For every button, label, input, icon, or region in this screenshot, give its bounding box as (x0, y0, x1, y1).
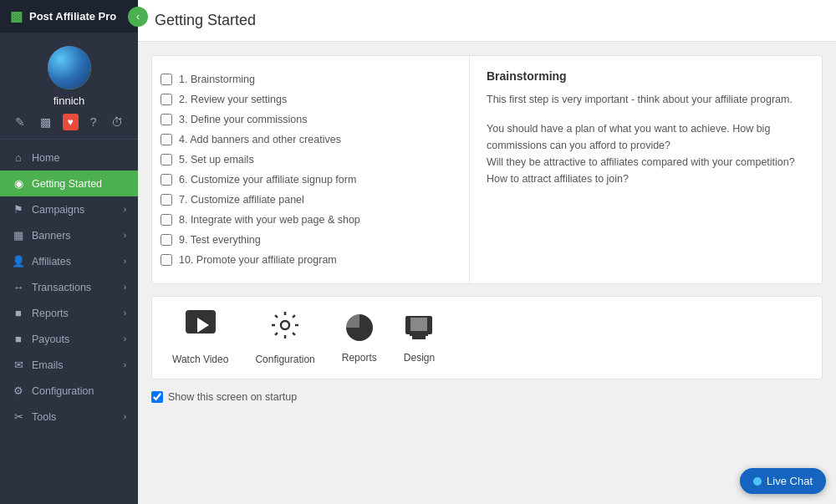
checklist-checkbox-10[interactable] (161, 254, 172, 266)
sidebar-collapse-button[interactable]: ‹ (128, 7, 148, 27)
checklist-left: 1. Brainstorming 2. Review your settings… (152, 56, 470, 283)
app-name: Post Affiliate Pro (29, 10, 116, 23)
sidebar-item-label: Configuration (32, 385, 94, 397)
sidebar-item-label: Emails (32, 359, 64, 371)
sidebar-item-campaigns[interactable]: ⚑ Campaigns › (0, 196, 138, 222)
sidebar-item-transactions[interactable]: ↔ Transactions › (0, 274, 138, 300)
checklist-checkbox-8[interactable] (161, 214, 172, 226)
checklist-checkbox-1[interactable] (161, 74, 172, 85)
checklist-item-1[interactable]: 1. Brainstorming (161, 69, 456, 89)
checklist-item-5[interactable]: 5. Set up emails (161, 150, 456, 170)
checklist-label-5: 5. Set up emails (179, 154, 254, 165)
checklist-checkbox-2[interactable] (161, 94, 172, 105)
checklist-item-6[interactable]: 6. Customize your affiliate signup form (161, 170, 456, 190)
sidebar-item-banners[interactable]: ▦ Banners › (0, 222, 138, 248)
checklist-label-6: 6. Customize your affiliate signup form (179, 174, 356, 186)
home-icon: ⌂ (12, 151, 25, 164)
payouts-icon: ■ (12, 333, 25, 345)
sidebar-item-affiliates[interactable]: 👤 Affiliates › (0, 248, 138, 274)
checklist-item-9[interactable]: 9. Test everything (161, 230, 456, 250)
page-content: 1. Brainstorming 2. Review your settings… (138, 42, 836, 504)
user-section: finnich ✎ ▩ ♥ ? ⏱ (0, 33, 138, 140)
getting-started-icon: ◉ (12, 177, 25, 190)
checklist-item-8[interactable]: 8. Integrate with your web page & shop (161, 210, 456, 230)
watch-video-icon (186, 310, 216, 347)
detail-text-3: Will they be attractive to affiliates co… (487, 154, 805, 187)
checklist-label-2: 2. Review your settings (179, 94, 287, 105)
sidebar-item-payouts[interactable]: ■ Payouts › (0, 326, 138, 352)
checklist-item-7[interactable]: 7. Customize affiliate panel (161, 190, 456, 210)
configuration-label: Configuration (255, 354, 314, 365)
sidebar-item-label: Reports (32, 308, 69, 319)
chevron-icon: › (124, 412, 126, 421)
sidebar-item-label: Campaigns (32, 204, 84, 216)
sidebar-item-home[interactable]: ⌂ Home (0, 145, 138, 171)
checklist-label-9: 9. Test everything (179, 234, 261, 246)
checklist-checkbox-6[interactable] (161, 174, 172, 186)
sidebar-item-label: Affiliates (32, 256, 71, 267)
sidebar-item-label: Payouts (32, 333, 69, 345)
sidebar-item-reports[interactable]: ■ Reports › (0, 300, 138, 326)
startup-checkbox[interactable] (151, 391, 163, 403)
reports-label: Reports (342, 352, 377, 364)
sidebar-item-label: Transactions (32, 282, 91, 293)
edit-button[interactable]: ✎ (12, 114, 28, 130)
checklist-item-10[interactable]: 10. Promote your affiliate program (161, 250, 456, 270)
sidebar-item-tools[interactable]: ✂ Tools › (0, 404, 138, 430)
checklist-item-2[interactable]: 2. Review your settings (161, 89, 456, 109)
live-chat-button[interactable]: Live Chat (740, 468, 826, 494)
startup-checkbox-label[interactable]: Show this screen on startup (151, 391, 823, 403)
svg-rect-6 (410, 334, 428, 336)
transactions-icon: ↔ (12, 281, 25, 293)
detail-title: Brainstorming (487, 69, 805, 83)
quick-link-reports[interactable]: Reports (342, 313, 377, 364)
checklist-item-4[interactable]: 4. Add banners and other creatives (161, 130, 456, 150)
configuration-icon: ⚙ (12, 384, 25, 397)
checklist-label-8: 8. Integrate with your web page & shop (179, 214, 360, 226)
campaigns-icon: ⚑ (12, 203, 25, 216)
checklist-label-1: 1. Brainstorming (179, 74, 255, 85)
design-icon (404, 313, 434, 345)
checklist-label-4: 4. Add banners and other creatives (179, 134, 341, 145)
sidebar-item-emails[interactable]: ✉ Emails › (0, 352, 138, 378)
emails-icon: ✉ (12, 359, 25, 371)
watch-video-label: Watch Video (172, 354, 228, 365)
checklist-detail: Brainstorming This first step is very im… (470, 56, 822, 283)
sidebar-item-configuration[interactable]: ⚙ Configuration (0, 378, 138, 404)
checklist-checkbox-9[interactable] (161, 234, 172, 246)
checklist-panel: 1. Brainstorming 2. Review your settings… (151, 55, 823, 284)
sidebar-item-getting-started[interactable]: ◉ Getting Started (0, 171, 138, 196)
page-header: Getting Started (138, 0, 836, 42)
sidebar-item-label: Getting Started (32, 178, 102, 190)
monitor-button[interactable]: ▩ (37, 114, 54, 130)
help-button[interactable]: ? (87, 114, 100, 130)
checklist-checkbox-4[interactable] (161, 134, 172, 145)
banners-icon: ▦ (12, 229, 25, 242)
sidebar-item-label: Tools (32, 411, 56, 423)
checklist-checkbox-7[interactable] (161, 194, 172, 206)
detail-text-2: You should have a plan of what you want … (487, 120, 805, 154)
checklist-label-3: 3. Define your commissions (179, 114, 308, 125)
svg-rect-5 (412, 336, 426, 339)
chevron-icon: › (124, 334, 126, 344)
username: finnich (54, 94, 85, 107)
reports-icon (344, 313, 375, 345)
checklist-checkbox-3[interactable] (161, 114, 172, 125)
sidebar-item-label: Banners (32, 230, 71, 242)
quick-link-design[interactable]: Design (404, 313, 435, 364)
quick-link-watch-video[interactable]: Watch Video (172, 310, 228, 365)
chevron-icon: › (124, 231, 126, 240)
checklist-checkbox-5[interactable] (161, 154, 172, 165)
startup-label: Show this screen on startup (168, 391, 297, 403)
chat-dot-icon (753, 477, 762, 486)
reports-icon: ■ (12, 307, 25, 319)
avatar (48, 46, 91, 89)
checklist-item-3[interactable]: 3. Define your commissions (161, 109, 456, 130)
svg-point-2 (281, 321, 289, 329)
clock-button[interactable]: ⏱ (108, 114, 126, 130)
user-actions: ✎ ▩ ♥ ? ⏱ (12, 114, 127, 130)
quick-link-configuration[interactable]: Configuration (255, 310, 314, 365)
chevron-icon: › (124, 308, 126, 318)
detail-text-1: This first step is very important - thin… (487, 91, 805, 108)
heart-button[interactable]: ♥ (63, 114, 79, 130)
